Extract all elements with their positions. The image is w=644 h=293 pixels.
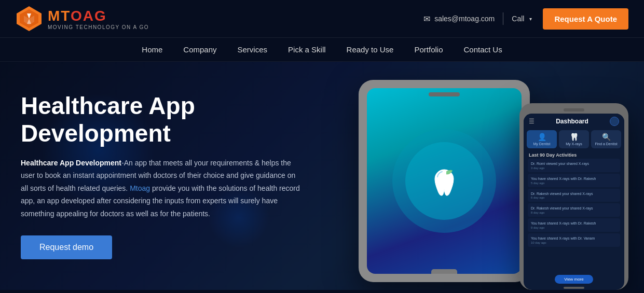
profile-icon xyxy=(610,117,619,126)
activity-item-6: You have shared X-rays with Dr. Vanam 10… xyxy=(528,233,620,247)
tablet-circle-outer xyxy=(392,129,496,233)
email-address: sales@mtoag.com xyxy=(434,15,495,23)
hero-content: Healthcare App Development Healthcare Ap… xyxy=(0,92,322,259)
logo-tagline: Moving Technology On a Go xyxy=(48,24,149,30)
activity-text-5: You have shared X-rays with Dr. Rakesh xyxy=(531,221,617,226)
main-nav: Home Company Services Pick a Skill Ready… xyxy=(0,38,644,62)
hero-title: Healthcare App Development xyxy=(21,92,301,147)
activity-item-1: Dr. Romi viewed your shared X-rays 3 day… xyxy=(528,159,620,172)
hero-desc-bold: Healthcare App Development xyxy=(21,159,121,167)
hamburger-icon: ☰ xyxy=(529,118,535,125)
activity-time-6: 10 day ago xyxy=(531,241,617,244)
phone-tabs: 👤 My Dentist 🦷 My X-rays 🔍 Find a Dentis… xyxy=(524,128,624,150)
logo-t: T xyxy=(61,8,71,24)
nav-ready-to-use[interactable]: Ready to Use xyxy=(347,45,394,54)
nav-company[interactable]: Company xyxy=(183,45,216,54)
my-xrays-label: My X-rays xyxy=(566,142,582,146)
logo-m: M xyxy=(48,8,61,24)
tab-my-dentist[interactable]: 👤 My Dentist xyxy=(527,130,557,148)
activity-time-1: 3 day ago xyxy=(531,166,617,170)
phone-screen: ☰ Dashboard 👤 My Dentist 🦷 My X-rays 🔍 xyxy=(524,114,624,290)
nav-pick-a-skill[interactable]: Pick a Skill xyxy=(288,45,326,54)
activity-item-4: Dr. Rakesh viewed your shared X-rays 8 d… xyxy=(528,203,620,217)
header: MTOAG Moving Technology On a Go ✉ sales@… xyxy=(0,0,644,38)
xray-icon: 🦷 xyxy=(570,133,579,141)
header-right: ✉ sales@mtoag.com Call ▾ Request A Quote xyxy=(423,8,628,30)
my-dentist-icon: 👤 xyxy=(538,133,546,141)
hero-section: Healthcare App Development Healthcare Ap… xyxy=(0,62,644,290)
chevron-down-icon[interactable]: ▾ xyxy=(526,15,535,23)
activity-time-2: 5 day ago xyxy=(531,182,617,185)
activity-time-3: 6 day ago xyxy=(531,196,617,199)
mtoag-link[interactable]: Mtoag xyxy=(130,184,150,192)
nav-portfolio[interactable]: Portfolio xyxy=(414,45,443,54)
tablet-mockup xyxy=(359,80,530,282)
phone-mockup: ☰ Dashboard 👤 My Dentist 🦷 My X-rays 🔍 xyxy=(519,103,628,290)
dental-icon xyxy=(423,160,465,202)
logo-icon xyxy=(16,5,43,32)
activity-time-4: 8 day ago xyxy=(531,211,617,214)
logo-g: G xyxy=(94,8,107,24)
nav-contact-us[interactable]: Contact Us xyxy=(464,45,502,54)
dashboard-title: Dashboard xyxy=(556,118,588,125)
nav-home[interactable]: Home xyxy=(142,45,162,54)
tab-my-xrays[interactable]: 🦷 My X-rays xyxy=(559,130,589,148)
find-dentist-icon: 🔍 xyxy=(602,133,611,141)
my-dentist-label: My Dentist xyxy=(533,142,550,146)
logo-a: A xyxy=(83,8,94,24)
activity-item-5: You have shared X-rays with Dr. Rakesh 9… xyxy=(528,218,620,232)
nav-services[interactable]: Services xyxy=(238,45,268,54)
phones-area: ☰ Dashboard 👤 My Dentist 🦷 My X-rays 🔍 xyxy=(359,72,628,290)
view-more-button[interactable]: View more xyxy=(555,275,593,284)
tablet-circle-inner xyxy=(405,142,483,220)
activity-text-4: Dr. Rakesh viewed your shared X-rays xyxy=(531,206,617,211)
activity-list: Dr. Romi viewed your shared X-rays 3 day… xyxy=(524,159,624,272)
tab-find-dentist[interactable]: 🔍 Find a Dentist xyxy=(591,130,621,148)
hero-description: Healthcare App Development-An app that m… xyxy=(21,157,301,220)
logo-text: MTOAG Moving Technology On a Go xyxy=(48,8,149,30)
call-area[interactable]: Call ▾ xyxy=(512,15,535,23)
request-demo-button[interactable]: Request demo xyxy=(21,235,112,259)
activity-item-2: You have shared X-rays with Dr. Rakesh 5… xyxy=(528,174,620,187)
activity-time-5: 9 day ago xyxy=(531,226,617,229)
phone-notch xyxy=(564,108,584,111)
logo-o: O xyxy=(71,8,83,24)
tablet-screen xyxy=(367,88,522,274)
header-divider xyxy=(503,12,503,25)
request-quote-button[interactable]: Request A Quote xyxy=(543,8,628,30)
activity-text-3: Dr. Rakesh viewed your shared X-rays xyxy=(531,191,617,197)
tablet-home-btn xyxy=(431,269,457,274)
activity-section-title: Last 90 Day Activities xyxy=(524,150,624,159)
call-label: Call xyxy=(512,15,524,23)
activity-text-2: You have shared X-rays with Dr. Rakesh xyxy=(531,176,617,182)
phone-home-indicator xyxy=(564,287,584,289)
find-dentist-label: Find a Dentist xyxy=(595,142,617,146)
activity-text-6: You have shared X-rays with Dr. Vanam xyxy=(531,236,617,241)
phone-top-bar: ☰ Dashboard xyxy=(524,114,624,128)
tablet-notch xyxy=(429,92,460,96)
logo-area: MTOAG Moving Technology On a Go xyxy=(16,5,149,32)
contact-info: ✉ sales@mtoag.com xyxy=(423,14,495,24)
email-icon: ✉ xyxy=(423,14,430,24)
activity-text-1: Dr. Romi viewed your shared X-rays xyxy=(531,161,617,166)
logo-brand: MTOAG xyxy=(48,8,149,24)
activity-item-3: Dr. Rakesh viewed your shared X-rays 6 d… xyxy=(528,189,620,202)
